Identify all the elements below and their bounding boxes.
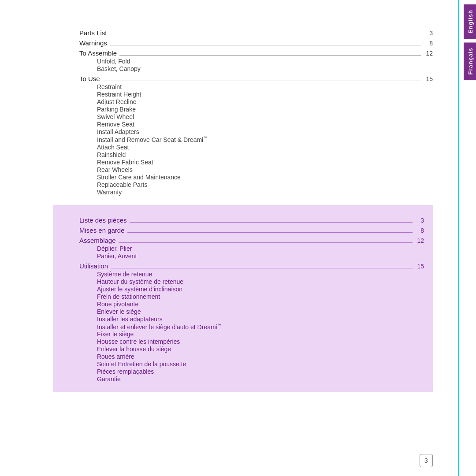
toc-line bbox=[119, 55, 421, 56]
toc-entry[interactable]: Install Adapters bbox=[79, 128, 433, 135]
toc-label: Warranty bbox=[97, 189, 122, 196]
toc-entry[interactable]: Housse contre les intempéries bbox=[79, 338, 424, 345]
toc-entry[interactable]: Rainshield bbox=[79, 151, 433, 158]
toc-entry[interactable]: Warnings8 bbox=[79, 39, 433, 47]
toc-entry[interactable]: Ajuster le système d'inclinaison bbox=[79, 286, 424, 293]
tab-english[interactable]: English bbox=[464, 4, 476, 39]
toc-entry[interactable]: Rear Wheels bbox=[79, 166, 433, 173]
toc-entry[interactable]: Swivel Wheel bbox=[79, 113, 433, 120]
toc-entry[interactable]: Garantie bbox=[79, 376, 424, 383]
toc-label: Install Adapters bbox=[97, 128, 139, 135]
toc-label: Install and Remove Car Seat & Dreami™ bbox=[97, 136, 207, 143]
toc-entry[interactable]: Fixer le siège bbox=[79, 331, 424, 338]
toc-label: Installer et enlever le siège d'auto et … bbox=[97, 323, 221, 331]
toc-entry[interactable]: Unfold, Fold bbox=[79, 58, 433, 65]
english-section: Parts List3Warnings8To Assemble12Unfold,… bbox=[79, 13, 433, 205]
toc-entry[interactable]: Restraint bbox=[79, 83, 433, 90]
toc-page: 3 bbox=[415, 217, 424, 224]
toc-label: Déplier, Plier bbox=[97, 245, 132, 252]
toc-line bbox=[103, 81, 421, 81]
toc-label: Liste des pièces bbox=[79, 216, 127, 224]
toc-entry[interactable]: Enlever la housse du siège bbox=[79, 346, 424, 353]
toc-label: Rainshield bbox=[97, 151, 126, 158]
toc-label: Roues arrière bbox=[97, 353, 134, 360]
toc-label: Enlever le siège bbox=[97, 308, 141, 315]
toc-label: Warnings bbox=[79, 39, 107, 47]
toc-entry[interactable]: Enlever le siège bbox=[79, 308, 424, 315]
toc-entry[interactable]: Stroller Care and Maintenance bbox=[79, 174, 433, 181]
toc-line bbox=[127, 232, 413, 233]
toc-entry[interactable]: Mises en garde8 bbox=[79, 227, 424, 234]
toc-label: Hauteur du système de retenue bbox=[97, 278, 183, 285]
toc-entry[interactable]: Roues arrière bbox=[79, 353, 424, 360]
toc-entry[interactable]: Panier, Auvent bbox=[79, 253, 424, 260]
toc-entry[interactable]: Remove Fabric Seat bbox=[79, 159, 433, 166]
toc-page: 12 bbox=[424, 50, 433, 57]
cyan-line bbox=[458, 0, 459, 476]
toc-label: To Use bbox=[79, 75, 100, 82]
toc-line bbox=[111, 268, 413, 268]
toc-label: Replaceable Parts bbox=[97, 181, 147, 188]
toc-page: 8 bbox=[415, 227, 424, 234]
toc-entry[interactable]: To Use15 bbox=[79, 75, 433, 82]
toc-entry[interactable]: Installer les adaptateurs bbox=[79, 316, 424, 323]
toc-label: Garantie bbox=[97, 376, 121, 383]
toc-entry[interactable]: Liste des pièces3 bbox=[79, 216, 424, 224]
toc-label: Système de retenue bbox=[97, 271, 152, 278]
toc-label: Fixer le siège bbox=[97, 331, 134, 338]
toc-label: Attach Seat bbox=[97, 144, 129, 151]
toc-line bbox=[110, 45, 421, 45]
toc-entry[interactable]: Assemblage12 bbox=[79, 237, 424, 244]
toc-label: Restraint bbox=[97, 83, 122, 90]
toc-entry[interactable]: Warranty bbox=[79, 189, 433, 196]
toc-label: Pièces remplaçables bbox=[97, 368, 154, 375]
toc-page: 8 bbox=[424, 40, 433, 47]
toc-page: 15 bbox=[424, 75, 433, 82]
toc-label: Mises en garde bbox=[79, 227, 125, 234]
toc-entry[interactable]: Adjust Recline bbox=[79, 98, 433, 105]
toc-entry[interactable]: Basket, Canopy bbox=[79, 65, 433, 72]
right-sidebar: English Français bbox=[459, 0, 476, 476]
toc-label: Parts List bbox=[79, 29, 107, 37]
toc-label: Stroller Care and Maintenance bbox=[97, 174, 181, 181]
toc-label: Remove Fabric Seat bbox=[97, 159, 153, 166]
toc-entry[interactable]: Installer et enlever le siège d'auto et … bbox=[79, 323, 424, 331]
toc-label: Swivel Wheel bbox=[97, 113, 134, 120]
toc-entry[interactable]: Attach Seat bbox=[79, 144, 433, 151]
toc-entry[interactable]: Utilisation15 bbox=[79, 262, 424, 270]
toc-label: Utilisation bbox=[79, 262, 108, 270]
toc-label: Basket, Canopy bbox=[97, 65, 141, 72]
toc-page: 15 bbox=[415, 263, 424, 270]
toc-entry[interactable]: Système de retenue bbox=[79, 271, 424, 278]
toc-entry[interactable]: Roue pivotante bbox=[79, 301, 424, 308]
toc-label: Panier, Auvent bbox=[97, 253, 137, 260]
toc-entry[interactable]: Restraint Height bbox=[79, 91, 433, 98]
main-content: Parts List3Warnings8To Assemble12Unfold,… bbox=[0, 0, 459, 476]
toc-label: Soin et Entretien de la poussette bbox=[97, 361, 186, 368]
toc-entry[interactable]: To Assemble12 bbox=[79, 49, 433, 57]
toc-entry[interactable]: Pièces remplaçables bbox=[79, 368, 424, 375]
toc-label: Remove Seat bbox=[97, 121, 134, 128]
page-number-badge: 3 bbox=[420, 454, 433, 467]
toc-line bbox=[110, 35, 421, 35]
toc-entry[interactable]: Install and Remove Car Seat & Dreami™ bbox=[79, 136, 433, 143]
toc-label: Assemblage bbox=[79, 237, 116, 244]
tab-francais[interactable]: Français bbox=[464, 42, 476, 80]
toc-label: Installer les adaptateurs bbox=[97, 316, 163, 323]
toc-line bbox=[119, 242, 413, 243]
toc-entry[interactable]: Parts List3 bbox=[79, 29, 433, 37]
toc-line bbox=[130, 222, 413, 223]
toc-page: 12 bbox=[415, 237, 424, 244]
toc-label: Adjust Recline bbox=[97, 98, 137, 105]
toc-entry[interactable]: Déplier, Plier bbox=[79, 245, 424, 252]
toc-entry[interactable]: Frein de stationnement bbox=[79, 293, 424, 300]
toc-label: Housse contre les intempéries bbox=[97, 338, 180, 345]
toc-entry[interactable]: Replaceable Parts bbox=[79, 181, 433, 188]
french-section: Liste des pièces3Mises en garde8Assembla… bbox=[53, 205, 433, 392]
toc-entry[interactable]: Remove Seat bbox=[79, 121, 433, 128]
toc-entry[interactable]: Hauteur du système de retenue bbox=[79, 278, 424, 285]
toc-label: Enlever la housse du siège bbox=[97, 346, 171, 353]
toc-entry[interactable]: Soin et Entretien de la poussette bbox=[79, 361, 424, 368]
toc-label: Rear Wheels bbox=[97, 166, 133, 173]
toc-entry[interactable]: Parking Brake bbox=[79, 106, 433, 113]
